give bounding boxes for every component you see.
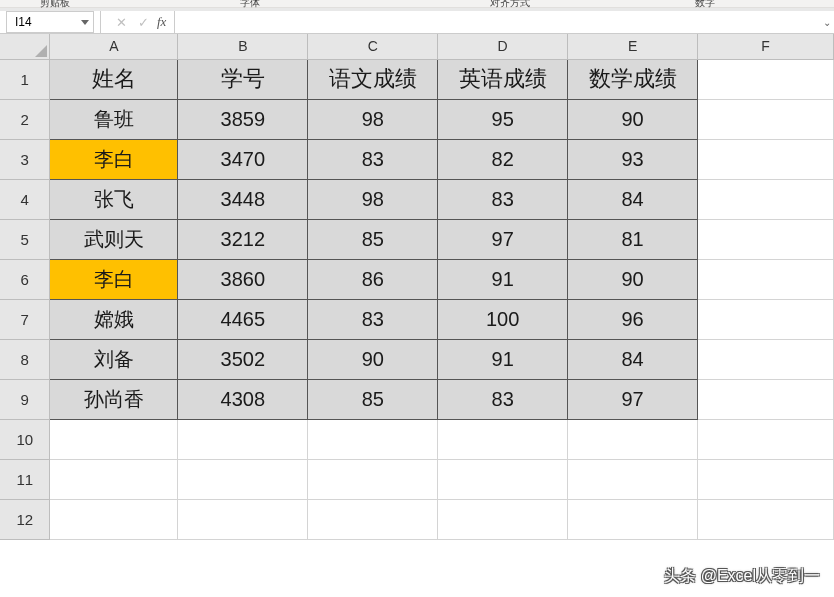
cancel-icon[interactable]: ✕ (113, 15, 129, 30)
row-header[interactable]: 2 (0, 99, 50, 139)
row-header[interactable]: 11 (0, 459, 50, 499)
empty-cell[interactable] (698, 299, 834, 339)
row-header[interactable]: 4 (0, 179, 50, 219)
empty-cell[interactable] (698, 59, 834, 99)
empty-cell[interactable] (50, 419, 178, 459)
data-cell[interactable]: 3470 (178, 139, 308, 179)
empty-cell[interactable] (698, 419, 834, 459)
data-cell[interactable]: 100 (438, 299, 568, 339)
data-cell[interactable]: 98 (308, 179, 438, 219)
enter-icon[interactable]: ✓ (135, 15, 151, 30)
data-cell[interactable]: 86 (308, 259, 438, 299)
data-cell[interactable]: 83 (438, 379, 568, 419)
empty-cell[interactable] (698, 459, 834, 499)
data-cell[interactable]: 4308 (178, 379, 308, 419)
col-header-c[interactable]: C (308, 34, 438, 59)
header-cell[interactable]: 英语成绩 (438, 59, 568, 99)
data-cell[interactable]: 90 (568, 259, 698, 299)
empty-cell[interactable] (438, 419, 568, 459)
empty-cell[interactable] (698, 259, 834, 299)
row-header[interactable]: 1 (0, 59, 50, 99)
header-cell[interactable]: 数学成绩 (568, 59, 698, 99)
header-cell[interactable]: 学号 (178, 59, 308, 99)
empty-cell[interactable] (308, 419, 438, 459)
name-cell[interactable]: 孙尚香 (50, 379, 178, 419)
data-cell[interactable]: 4465 (178, 299, 308, 339)
empty-cell[interactable] (178, 499, 308, 539)
name-cell[interactable]: 张飞 (50, 179, 178, 219)
name-cell[interactable]: 鲁班 (50, 99, 178, 139)
data-cell[interactable]: 95 (438, 99, 568, 139)
name-box-value: I14 (15, 15, 32, 29)
data-cell[interactable]: 83 (308, 139, 438, 179)
data-cell[interactable]: 96 (568, 299, 698, 339)
chevron-down-icon[interactable] (81, 20, 89, 25)
empty-cell[interactable] (698, 379, 834, 419)
row-header[interactable]: 10 (0, 419, 50, 459)
data-cell[interactable]: 3859 (178, 99, 308, 139)
data-cell[interactable]: 97 (438, 219, 568, 259)
row-header[interactable]: 3 (0, 139, 50, 179)
data-cell[interactable]: 98 (308, 99, 438, 139)
empty-cell[interactable] (438, 499, 568, 539)
data-cell[interactable]: 81 (568, 219, 698, 259)
empty-cell[interactable] (568, 419, 698, 459)
empty-cell[interactable] (698, 499, 834, 539)
col-header-b[interactable]: B (178, 34, 308, 59)
empty-cell[interactable] (698, 179, 834, 219)
row-header[interactable]: 7 (0, 299, 50, 339)
empty-cell[interactable] (438, 459, 568, 499)
data-cell[interactable]: 97 (568, 379, 698, 419)
empty-cell[interactable] (308, 499, 438, 539)
empty-cell[interactable] (178, 419, 308, 459)
data-cell[interactable]: 83 (308, 299, 438, 339)
header-cell[interactable]: 姓名 (50, 59, 178, 99)
empty-cell[interactable] (568, 499, 698, 539)
col-header-f[interactable]: F (698, 34, 834, 59)
data-cell[interactable]: 91 (438, 339, 568, 379)
empty-cell[interactable] (50, 499, 178, 539)
empty-cell[interactable] (568, 459, 698, 499)
data-cell[interactable]: 84 (568, 179, 698, 219)
fx-icon[interactable]: fx (157, 14, 166, 30)
empty-cell[interactable] (308, 459, 438, 499)
row-header[interactable]: 12 (0, 499, 50, 539)
data-cell[interactable]: 85 (308, 379, 438, 419)
name-cell[interactable]: 武则天 (50, 219, 178, 259)
row-header[interactable]: 5 (0, 219, 50, 259)
name-cell[interactable]: 刘备 (50, 339, 178, 379)
spreadsheet-grid[interactable]: A B C D E F 1姓名学号语文成绩英语成绩数学成绩2鲁班38599895… (0, 34, 834, 540)
name-cell[interactable]: 李白 (50, 139, 178, 179)
data-cell[interactable]: 3212 (178, 219, 308, 259)
formula-input[interactable] (174, 11, 820, 33)
col-header-e[interactable]: E (568, 34, 698, 59)
data-cell[interactable]: 82 (438, 139, 568, 179)
empty-cell[interactable] (698, 99, 834, 139)
empty-cell[interactable] (50, 459, 178, 499)
row-header[interactable]: 9 (0, 379, 50, 419)
col-header-d[interactable]: D (438, 34, 568, 59)
empty-cell[interactable] (178, 459, 308, 499)
data-cell[interactable]: 85 (308, 219, 438, 259)
formula-expand-icon[interactable]: ⌄ (820, 17, 834, 28)
data-cell[interactable]: 3502 (178, 339, 308, 379)
data-cell[interactable]: 3448 (178, 179, 308, 219)
name-box[interactable]: I14 (6, 11, 94, 33)
col-header-a[interactable]: A (50, 34, 178, 59)
row-header[interactable]: 6 (0, 259, 50, 299)
empty-cell[interactable] (698, 139, 834, 179)
header-cell[interactable]: 语文成绩 (308, 59, 438, 99)
row-header[interactable]: 8 (0, 339, 50, 379)
data-cell[interactable]: 83 (438, 179, 568, 219)
data-cell[interactable]: 91 (438, 259, 568, 299)
data-cell[interactable]: 93 (568, 139, 698, 179)
select-all-corner[interactable] (0, 34, 50, 59)
empty-cell[interactable] (698, 219, 834, 259)
data-cell[interactable]: 90 (308, 339, 438, 379)
empty-cell[interactable] (698, 339, 834, 379)
data-cell[interactable]: 3860 (178, 259, 308, 299)
name-cell[interactable]: 李白 (50, 259, 178, 299)
name-cell[interactable]: 嫦娥 (50, 299, 178, 339)
data-cell[interactable]: 84 (568, 339, 698, 379)
data-cell[interactable]: 90 (568, 99, 698, 139)
